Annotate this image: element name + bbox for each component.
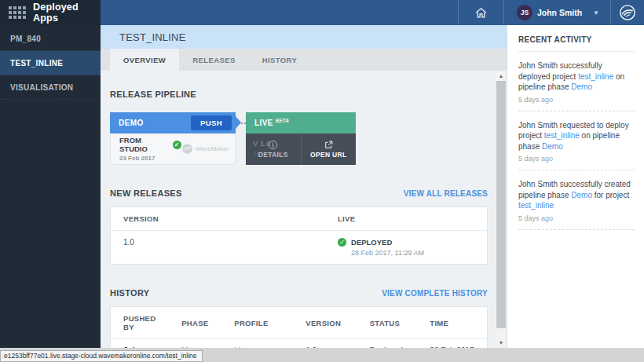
home-icon xyxy=(474,6,488,20)
tab-bar: OVERVIEW RELEASES HISTORY xyxy=(101,49,507,71)
activity-text: for project xyxy=(592,191,629,199)
history-heading: HISTORY xyxy=(110,288,149,298)
view-all-releases-link[interactable]: VIEW ALL RELEASES xyxy=(404,189,488,198)
user-name: John Smith xyxy=(537,8,582,17)
project-link[interactable]: test_inline xyxy=(518,201,554,210)
history-phase: Live xyxy=(169,339,221,349)
release-time: 28 Feb 2017, 11:29 AM xyxy=(351,249,424,257)
release-version: 1.0 xyxy=(111,231,325,265)
new-releases-table: VERSION LIVE 1.0 ✓ xyxy=(110,207,488,265)
history-pushed-by: John Smith xyxy=(111,339,169,349)
live-card-header: LIVE BETA xyxy=(246,112,356,133)
col-pushed-by: PUSHED BY xyxy=(111,307,169,339)
scroll-down-arrow[interactable]: ▼ xyxy=(496,338,507,348)
tab-history[interactable]: HISTORY xyxy=(249,49,311,71)
sidebar-item-visualisation[interactable]: VISUALISATION xyxy=(0,75,101,100)
project-link[interactable]: test_inline xyxy=(578,72,613,81)
demo-card-header: DEMO PUSH xyxy=(110,112,236,133)
app-title: Deployed Apps xyxy=(33,2,101,24)
status-url-tooltip: e1253bff77e01.live.stage-cloud.wavemaker… xyxy=(0,350,203,362)
project-link[interactable]: test_inline xyxy=(544,131,580,140)
new-releases-heading: NEW RELEASES xyxy=(110,188,182,198)
col-version: VERSION xyxy=(111,207,325,231)
col-live: LIVE xyxy=(325,207,487,231)
phase-link[interactable]: Demo xyxy=(571,191,592,199)
view-complete-history-link[interactable]: VIEW COMPLETE HISTORY xyxy=(382,289,488,298)
phase-link[interactable]: Demo xyxy=(542,142,563,151)
user-menu[interactable]: JS John Smith ▼ xyxy=(504,0,610,25)
overview-content: RELEASE PIPELINE DEMO PUSH FROM STUDIO xyxy=(101,71,507,348)
body: PM_840 TEST_INLINE VISUALISATION TEST_IN… xyxy=(0,25,644,348)
activity-timestamp: 5 days ago xyxy=(518,155,633,163)
phase-link[interactable]: Demo xyxy=(571,82,592,91)
live-phase-name: LIVE xyxy=(254,119,273,127)
history-time: 28 Feb 2017, xyxy=(417,339,487,349)
phase-card-live: LIVE BETA V 1.0 28 Feb 2017 xyxy=(246,112,356,165)
live-card-body: V 1.0 28 Feb 2017 DETAILS xyxy=(246,133,356,165)
avatar: JS xyxy=(517,5,532,20)
col-status: STATUS xyxy=(357,307,418,339)
details-button[interactable]: DETAILS xyxy=(246,133,301,165)
success-check-icon: ✓ xyxy=(173,141,181,149)
sidebar-item-test-inline[interactable]: TEST_INLINE xyxy=(0,51,101,75)
list-item: John Smith requested to deploy project t… xyxy=(518,112,635,171)
details-label: DETAILS xyxy=(258,151,288,159)
vertical-scrollbar[interactable]: ▲ ▼ xyxy=(496,71,507,348)
col-profile: PROFILE xyxy=(221,307,293,339)
recent-activity-panel: RECENT ACTIVITY John Smith successfully … xyxy=(507,25,644,348)
push-button[interactable]: PUSH xyxy=(191,115,232,130)
chevron-down-icon: ▼ xyxy=(593,9,599,16)
demo-deploy-date: 23 Feb 2017 xyxy=(119,155,181,162)
history-version: 1.0 xyxy=(293,339,357,349)
top-bar: Deployed Apps JS John Smith ▼ xyxy=(0,0,644,25)
phase-card-demo: DEMO PUSH FROM STUDIO ✓ 23 Feb 2017 xyxy=(110,112,236,165)
activity-timestamp: 5 days ago xyxy=(518,214,633,222)
tab-releases[interactable]: RELEASES xyxy=(179,49,248,71)
scroll-up-arrow[interactable]: ▲ xyxy=(496,71,507,81)
top-bar-right: JS John Smith ▼ xyxy=(101,0,644,25)
home-button[interactable] xyxy=(459,0,503,25)
recent-activity-heading: RECENT ACTIVITY xyxy=(518,35,635,52)
demo-phase-name: DEMO xyxy=(119,119,144,127)
table-row: 1.0 ✓ DEPLOYED 28 Feb 2017, 11:29 AM xyxy=(111,231,487,265)
tab-overview[interactable]: OVERVIEW xyxy=(110,49,179,71)
deployed-check-icon: ✓ xyxy=(338,238,346,247)
open-external-icon xyxy=(324,140,334,150)
wave-icon xyxy=(181,143,193,155)
col-phase: PHASE xyxy=(169,307,221,339)
activity-timestamp: 5 days ago xyxy=(518,96,633,104)
col-time: TIME xyxy=(417,307,487,339)
wavemaker-logo[interactable] xyxy=(611,0,644,25)
project-sidebar: PM_840 TEST_INLINE VISUALISATION xyxy=(0,25,101,348)
app-brand: Deployed Apps xyxy=(0,0,101,25)
list-item: John Smith successfully deployed project… xyxy=(518,52,635,112)
apps-grid-icon[interactable] xyxy=(9,6,26,19)
deployed-apps-window: Deployed Apps JS John Smith ▼ xyxy=(0,0,644,362)
watermark-label: WaveMaker xyxy=(196,145,229,152)
info-icon xyxy=(268,140,278,150)
scrollbar-thumb[interactable] xyxy=(496,81,506,328)
main-panel: TEST_INLINE OVERVIEW RELEASES HISTORY RE… xyxy=(101,25,507,348)
open-url-button[interactable]: OPEN URL xyxy=(301,133,357,165)
release-status: DEPLOYED xyxy=(351,238,424,247)
table-row: John Smith Live Live 1.0 Deployed 28 Feb… xyxy=(111,339,487,349)
demo-card-body: FROM STUDIO ✓ 23 Feb 2017 xyxy=(110,133,236,165)
wavemaker-watermark: WaveMaker xyxy=(181,143,229,155)
history-status: Deployed xyxy=(357,339,418,349)
col-version: VERSION xyxy=(293,307,357,339)
list-item: John Smith successfully created pipeline… xyxy=(518,170,635,230)
pipeline-cards: DEMO PUSH FROM STUDIO ✓ 23 Feb 2017 xyxy=(110,112,488,165)
open-url-label: OPEN URL xyxy=(310,151,346,159)
page-title: TEST_INLINE xyxy=(101,25,507,49)
sidebar-item-pm-840[interactable]: PM_840 xyxy=(0,27,101,51)
history-table: PUSHED BY PHASE PROFILE VERSION STATUS T… xyxy=(110,306,488,348)
release-pipeline-heading: RELEASE PIPELINE xyxy=(110,90,196,99)
wave-icon xyxy=(619,4,636,21)
beta-badge: BETA xyxy=(276,118,289,123)
from-studio-label: FROM STUDIO xyxy=(119,136,169,153)
history-profile-link[interactable]: Live xyxy=(221,339,293,349)
